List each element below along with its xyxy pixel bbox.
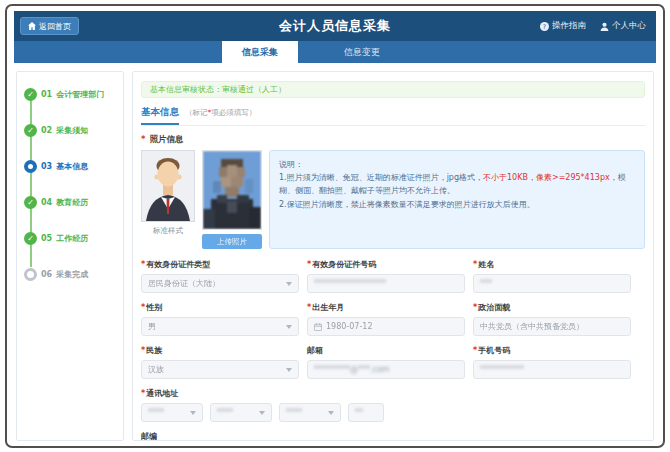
calendar-icon bbox=[314, 323, 322, 331]
home-button-label: 返回首页 bbox=[39, 21, 71, 32]
id-type-select[interactable]: 居民身份证（大陆） bbox=[141, 274, 299, 293]
note-line-2: 2.保证照片清晰度，禁止将像素数量不满足要求的照片进行放大后使用。 bbox=[279, 198, 635, 211]
check-icon: ✓ bbox=[24, 124, 37, 137]
birth-date-label: 出生年月 bbox=[307, 302, 465, 313]
step-collection-notice[interactable]: ✓ 02 采集须知 bbox=[24, 124, 116, 137]
check-icon: ✓ bbox=[24, 232, 37, 245]
guide-label: 操作指南 bbox=[552, 20, 586, 32]
step-label: 教育经历 bbox=[56, 197, 88, 208]
header-links: ? 操作指南 个人中心 bbox=[540, 11, 646, 41]
sample-photo-caption: 标准样式 bbox=[153, 226, 183, 236]
check-icon: ✓ bbox=[24, 196, 37, 209]
pending-step-icon bbox=[24, 268, 37, 281]
chevron-down-icon bbox=[259, 411, 265, 415]
app-header: 返回首页 会计人员信息采集 ? 操作指南 个人中心 bbox=[14, 11, 656, 41]
photo-instructions: 说明： 1.照片须为清晰、免冠、近期的标准证件照片，jpg格式，不小于10KB，… bbox=[269, 150, 645, 249]
step-label: 会计管理部门 bbox=[56, 89, 104, 100]
home-icon bbox=[28, 22, 36, 30]
user-icon bbox=[600, 22, 609, 31]
profile-label: 个人中心 bbox=[612, 20, 646, 32]
chevron-down-icon bbox=[286, 282, 292, 286]
email-label: 邮箱 bbox=[307, 345, 465, 356]
email-input[interactable]: *********@***.com bbox=[307, 360, 465, 379]
chevron-down-icon bbox=[328, 411, 334, 415]
name-label: 姓名 bbox=[473, 259, 631, 270]
app-window: 返回首页 会计人员信息采集 ? 操作指南 个人中心 信息采集 信息变更 bbox=[14, 11, 656, 441]
address-label: 通讯地址 bbox=[141, 388, 645, 399]
form-row: 邮编 ************* bbox=[141, 431, 645, 441]
chevron-down-icon bbox=[286, 368, 292, 372]
browser-frame: 返回首页 会计人员信息采集 ? 操作指南 个人中心 信息采集 信息变更 bbox=[5, 4, 665, 448]
sample-photo bbox=[141, 150, 195, 222]
id-type-label: 有效身份证件类型 bbox=[141, 259, 299, 270]
address-detail-input[interactable]: ** bbox=[348, 403, 384, 422]
step-finish[interactable]: 06 采集完成 bbox=[24, 268, 116, 281]
step-work-history[interactable]: ✓ 05 工作经历 bbox=[24, 232, 116, 245]
form-row: 性别 男 出生年月 1980-07-12 政 bbox=[141, 302, 645, 336]
check-icon: ✓ bbox=[24, 88, 37, 101]
gender-select[interactable]: 男 bbox=[141, 317, 299, 336]
form-panel: 基本信息审核状态：审核通过（人工） 基本信息 （标记*项必须填写） 照片信息 bbox=[132, 71, 654, 441]
profile-link[interactable]: 个人中心 bbox=[600, 20, 646, 32]
address-province-select[interactable]: **** bbox=[141, 403, 203, 422]
help-icon: ? bbox=[540, 22, 549, 31]
screenshot: 返回首页 会计人员信息采集 ? 操作指南 个人中心 信息采集 信息变更 bbox=[0, 0, 670, 452]
gender-label: 性别 bbox=[141, 302, 299, 313]
current-step-icon bbox=[24, 160, 37, 173]
step-label: 采集须知 bbox=[56, 125, 88, 136]
photo-section: 标准样式 bbox=[141, 150, 645, 249]
audit-status-bar: 基本信息审核状态：审核通过（人工） bbox=[141, 81, 645, 98]
phone-label: 手机号码 bbox=[473, 345, 631, 356]
section-header: 基本信息 （标记*项必须填写） bbox=[141, 106, 645, 126]
section-hint: （标记*项必须填写） bbox=[185, 108, 256, 118]
name-input[interactable]: *** bbox=[473, 274, 631, 293]
birth-date-picker[interactable]: 1980-07-12 bbox=[307, 317, 465, 336]
home-button[interactable]: 返回首页 bbox=[20, 17, 79, 35]
upload-photo-button[interactable]: 上传照片 bbox=[202, 234, 262, 249]
form-row: 通讯地址 **** **** **** bbox=[141, 388, 645, 422]
step-accounting-dept[interactable]: ✓ 01 会计管理部门 bbox=[24, 88, 116, 101]
note-red-highlight: 不小于10KB，像素>=295*413px， bbox=[483, 173, 618, 182]
form-row: 有效身份证件类型 居民身份证（大陆） 有效身份证件号码 ************… bbox=[141, 259, 645, 293]
step-number: 01 bbox=[41, 90, 52, 99]
tab-info-change[interactable]: 信息变更 bbox=[324, 41, 400, 63]
step-number: 05 bbox=[41, 234, 52, 243]
phone-input[interactable]: *********** bbox=[473, 360, 631, 379]
content-area: ✓ 01 会计管理部门 ✓ 02 采集须知 03 基本信息 ✓ 04 bbox=[14, 63, 656, 441]
address-controls: **** **** **** ** bbox=[141, 403, 645, 422]
chevron-down-icon bbox=[190, 411, 196, 415]
uploaded-photo bbox=[202, 150, 262, 230]
chevron-down-icon bbox=[286, 325, 292, 329]
step-label: 采集完成 bbox=[56, 269, 88, 280]
id-number-label: 有效身份证件号码 bbox=[307, 259, 465, 270]
step-number: 04 bbox=[41, 198, 52, 207]
guide-link[interactable]: ? 操作指南 bbox=[540, 20, 586, 32]
step-basic-info[interactable]: 03 基本信息 bbox=[24, 160, 116, 173]
tab-info-collect[interactable]: 信息采集 bbox=[222, 41, 298, 63]
step-label: 基本信息 bbox=[56, 161, 88, 172]
step-education[interactable]: ✓ 04 教育经历 bbox=[24, 196, 116, 209]
ethnicity-label: 民族 bbox=[141, 345, 299, 356]
address-district-select[interactable]: **** bbox=[279, 403, 341, 422]
postcode-label: 邮编 bbox=[141, 431, 299, 441]
step-label: 工作经历 bbox=[56, 233, 88, 244]
id-number-input[interactable]: ****************** bbox=[307, 274, 465, 293]
tab-bar: 信息采集 信息变更 bbox=[14, 41, 656, 63]
photo-section-label: 照片信息 bbox=[141, 134, 645, 146]
ethnicity-select[interactable]: 汉族 bbox=[141, 360, 299, 379]
politics-label: 政治面貌 bbox=[473, 302, 631, 313]
step-number: 06 bbox=[41, 270, 52, 279]
note-line-1: 1.照片须为清晰、免冠、近期的标准证件照片，jpg格式，不小于10KB，像素>=… bbox=[279, 171, 635, 197]
step-number: 03 bbox=[41, 162, 52, 171]
address-city-select[interactable]: **** bbox=[210, 403, 272, 422]
section-title[interactable]: 基本信息 bbox=[141, 106, 179, 125]
steps-sidebar: ✓ 01 会计管理部门 ✓ 02 采集须知 03 基本信息 ✓ 04 bbox=[16, 71, 124, 441]
form-row: 民族 汉族 邮箱 *********@***.com 手机号码 ******** bbox=[141, 345, 645, 379]
step-number: 02 bbox=[41, 126, 52, 135]
politics-input[interactable]: 中共党员（含中共预备党员） bbox=[473, 317, 631, 336]
svg-text:?: ? bbox=[543, 22, 546, 29]
note-title: 说明： bbox=[279, 158, 635, 171]
